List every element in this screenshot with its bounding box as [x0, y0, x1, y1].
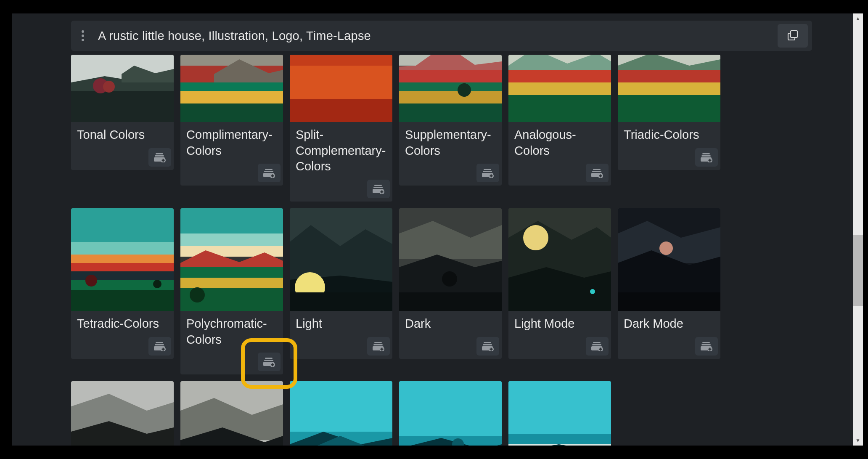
svg-point-129 — [590, 289, 595, 294]
style-thumbnail — [508, 55, 611, 122]
add-to-collection-button[interactable] — [586, 337, 609, 356]
prompt-text[interactable]: A rustic little house, Illustration, Log… — [95, 29, 778, 43]
add-to-collection-button[interactable] — [586, 164, 609, 182]
style-label: Light Mode — [508, 311, 611, 335]
add-to-collection-icon — [482, 168, 494, 178]
add-to-collection-button[interactable] — [148, 148, 171, 167]
style-label: Tonal Colors — [71, 122, 174, 146]
style-thumbnail — [71, 55, 174, 122]
add-to-collection-icon — [154, 152, 166, 162]
svg-rect-11 — [156, 153, 163, 154]
svg-rect-16 — [162, 159, 165, 161]
style-card[interactable]: Split-Complementary-Colors — [290, 55, 392, 202]
style-thumbnail — [618, 55, 720, 122]
add-to-collection-button[interactable] — [695, 337, 718, 356]
svg-rect-56 — [508, 95, 611, 122]
style-card[interactable]: Triadic-Colors — [618, 55, 720, 170]
add-to-collection-icon — [154, 341, 166, 351]
svg-rect-131 — [592, 344, 601, 345]
svg-rect-124 — [490, 348, 493, 350]
add-to-collection-icon — [591, 168, 603, 178]
style-thumbnail — [290, 208, 392, 311]
prompt-menu-button[interactable] — [71, 21, 95, 51]
style-card[interactable] — [180, 381, 283, 446]
style-label: Analogous-Colors — [508, 122, 611, 162]
svg-rect-57 — [593, 169, 601, 170]
svg-rect-141 — [702, 342, 710, 343]
svg-rect-38 — [381, 191, 384, 193]
style-thumbnail — [71, 381, 174, 446]
style-thumbnail — [180, 208, 283, 311]
svg-rect-109 — [373, 344, 383, 345]
style-grid: Tonal Colors Complimentary-Colors — [71, 55, 821, 446]
style-card[interactable]: Polychromatic-Colors — [180, 208, 283, 374]
style-label: Polychromatic-Colors — [180, 311, 283, 351]
style-thumbnail — [618, 208, 720, 311]
app-window: A rustic little house, Illustration, Log… — [12, 13, 863, 446]
add-to-collection-button[interactable] — [476, 337, 499, 356]
svg-rect-167 — [290, 381, 392, 432]
export-button[interactable] — [778, 24, 808, 48]
style-card[interactable]: Tetradic-Colors — [71, 208, 174, 359]
app-frame: A rustic little house, Illustration, Log… — [0, 0, 868, 459]
svg-point-45 — [458, 83, 471, 97]
svg-point-96 — [190, 287, 205, 302]
svg-point-127 — [523, 225, 548, 250]
add-to-collection-icon — [591, 341, 603, 351]
svg-rect-75 — [71, 242, 174, 255]
style-card[interactable]: Analogous-Colors — [508, 55, 611, 186]
style-card[interactable] — [399, 381, 502, 446]
add-to-collection-button[interactable] — [476, 164, 499, 182]
svg-rect-177 — [399, 381, 502, 436]
svg-rect-67 — [618, 95, 720, 122]
scrollbar-down-arrow[interactable]: ▼ — [853, 435, 863, 446]
svg-rect-23 — [265, 169, 273, 170]
svg-rect-130 — [593, 342, 601, 343]
svg-rect-187 — [508, 381, 611, 434]
svg-rect-135 — [599, 348, 602, 350]
scrollbar-track[interactable] — [853, 13, 863, 446]
style-thumbnail — [399, 208, 502, 311]
style-card[interactable]: Dark — [399, 208, 502, 359]
svg-rect-21 — [180, 103, 283, 122]
style-label: Tetradic-Colors — [71, 311, 174, 335]
style-card[interactable]: Light — [290, 208, 392, 359]
svg-rect-44 — [399, 103, 502, 122]
add-to-collection-icon — [373, 184, 384, 194]
scrollbar-thumb[interactable] — [853, 235, 863, 306]
style-card[interactable]: Tonal Colors — [71, 55, 174, 170]
svg-rect-65 — [618, 70, 720, 85]
svg-rect-89 — [180, 208, 283, 233]
style-card[interactable]: Supplementary-Colors — [399, 55, 502, 186]
svg-rect-120 — [483, 344, 492, 345]
scrollbar-up-arrow[interactable]: ▲ — [853, 13, 863, 24]
add-to-collection-button[interactable] — [367, 180, 390, 198]
style-thumbnail — [290, 55, 392, 122]
style-card[interactable] — [71, 381, 174, 446]
style-label: Triadic-Colors — [618, 122, 720, 146]
svg-point-81 — [85, 275, 97, 287]
svg-rect-12 — [155, 155, 164, 157]
svg-rect-33 — [374, 185, 382, 186]
add-to-collection-button[interactable] — [258, 164, 281, 182]
add-to-collection-button[interactable] — [148, 337, 171, 356]
add-to-collection-button[interactable] — [258, 353, 281, 371]
style-card[interactable] — [290, 381, 392, 446]
add-to-collection-icon — [263, 168, 275, 178]
style-card[interactable]: Complimentary-Colors — [180, 55, 283, 186]
svg-rect-90 — [180, 233, 283, 246]
svg-rect-102 — [271, 364, 274, 366]
style-card[interactable] — [508, 381, 611, 446]
svg-rect-51 — [490, 175, 493, 177]
add-to-collection-button[interactable] — [695, 148, 718, 167]
svg-rect-4 — [791, 31, 797, 37]
style-label: Split-Complementary-Colors — [290, 122, 392, 178]
style-card[interactable]: Dark Mode — [618, 208, 720, 359]
svg-rect-32 — [290, 99, 392, 122]
svg-rect-83 — [156, 342, 163, 343]
add-to-collection-button[interactable] — [367, 337, 390, 356]
svg-rect-80 — [71, 290, 174, 311]
svg-point-2 — [82, 39, 84, 41]
svg-rect-47 — [483, 171, 492, 172]
style-card[interactable]: Light Mode — [508, 208, 611, 359]
